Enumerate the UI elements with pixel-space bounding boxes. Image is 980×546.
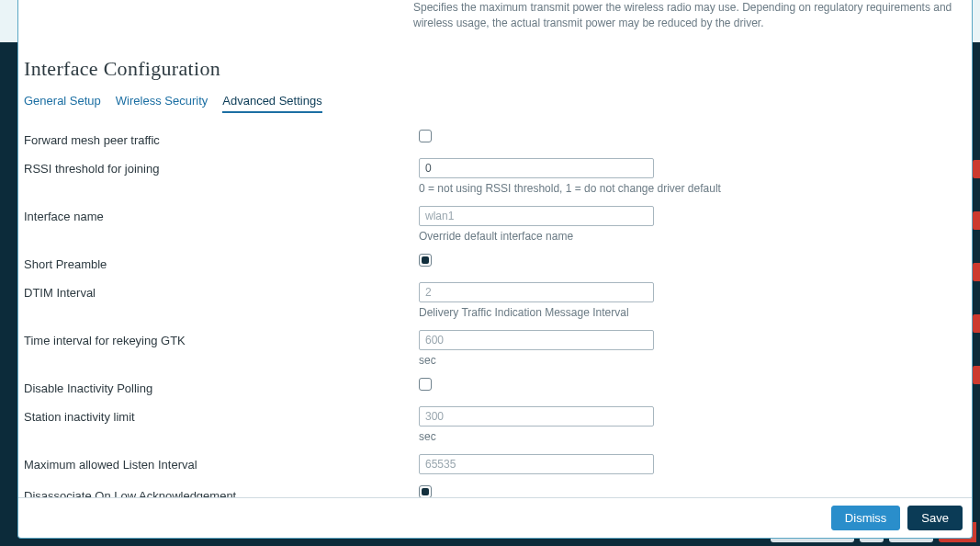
rssi-hint: 0 = not using RSSI threshold, 1 = do not… — [419, 182, 966, 195]
rssi-label: RSSI threshold for joining — [24, 158, 419, 176]
rssi-input[interactable] — [419, 158, 654, 178]
interface-config-modal: Specifies the maximum transmit power the… — [17, 0, 973, 539]
disassoc-low-ack-checkbox[interactable] — [419, 485, 432, 497]
modal-footer: Dismiss Save — [18, 497, 972, 538]
ifname-hint: Override default interface name — [419, 230, 966, 243]
advanced-settings-form: Forward mesh peer traffic RSSI threshold… — [18, 120, 972, 497]
rekey-gtk-hint: sec — [419, 354, 966, 367]
dtim-label: DTIM Interval — [24, 282, 419, 300]
tab-wireless-security[interactable]: Wireless Security — [116, 94, 208, 113]
max-listen-label: Maximum allowed Listen Interval — [24, 454, 419, 472]
disassoc-low-ack-label: Disassociate On Low Acknowledgement — [24, 485, 419, 497]
tab-advanced-settings[interactable]: Advanced Settings — [222, 94, 321, 113]
tx-power-help-text: Specifies the maximum transmit power the… — [18, 0, 972, 40]
modal-title: Interface Configuration — [18, 40, 972, 94]
short-preamble-checkbox[interactable] — [419, 254, 432, 267]
rekey-gtk-input[interactable] — [419, 330, 654, 350]
station-inactivity-label: Station inactivity limit — [24, 406, 419, 424]
disable-inactivity-label: Disable Inactivity Polling — [24, 378, 419, 395]
forward-mesh-label: Forward mesh peer traffic — [24, 130, 419, 147]
tab-general-setup[interactable]: General Setup — [24, 94, 101, 113]
dismiss-button[interactable]: Dismiss — [831, 506, 901, 530]
save-button[interactable]: Save — [907, 506, 963, 530]
max-listen-input[interactable] — [419, 454, 654, 474]
ifname-label: Interface name — [24, 206, 419, 223]
dtim-input[interactable] — [419, 282, 654, 302]
short-preamble-label: Short Preamble — [24, 254, 419, 271]
ifname-input[interactable] — [419, 206, 654, 226]
rekey-gtk-label: Time interval for rekeying GTK — [24, 330, 419, 347]
station-inactivity-input[interactable] — [419, 406, 654, 427]
station-inactivity-hint: sec — [419, 430, 966, 443]
dtim-hint: Delivery Traffic Indication Message Inte… — [419, 306, 966, 319]
forward-mesh-checkbox[interactable] — [419, 130, 432, 142]
config-tabs: General Setup Wireless Security Advanced… — [18, 94, 972, 120]
disable-inactivity-checkbox[interactable] — [419, 378, 432, 391]
